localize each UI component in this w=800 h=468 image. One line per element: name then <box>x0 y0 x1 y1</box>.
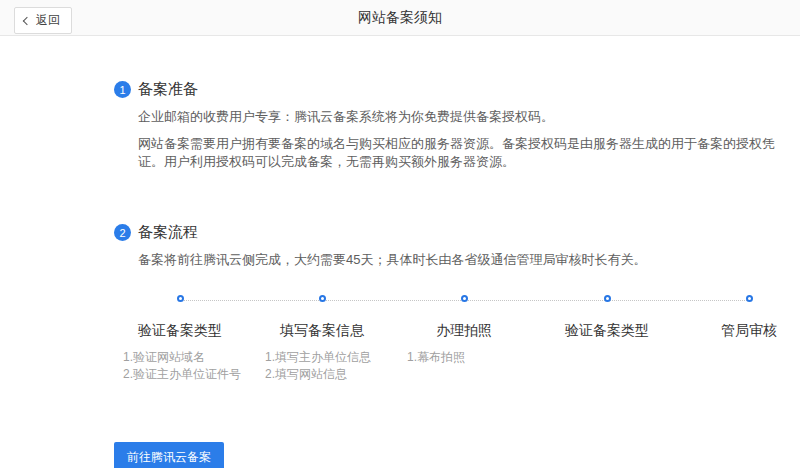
go-to-tencent-cloud-filing-button[interactable]: 前往腾讯云备案 <box>114 442 224 468</box>
page-title: 网站备案须知 <box>0 0 800 35</box>
back-button-label: 返回 <box>36 12 60 29</box>
step-dot-icon <box>604 295 611 302</box>
step-label: 管局审核 <box>664 322 800 340</box>
stepper-step-5: 管局审核 <box>664 295 800 340</box>
section-paragraph: 企业邮箱的收费用户专享：腾讯云备案系统将为你免费提供备案授权码。 <box>138 108 795 126</box>
step-sub-item: 2.填写网站信息 <box>265 366 407 383</box>
step-number-badge: 1 <box>114 81 131 98</box>
step-number-badge: 2 <box>114 224 131 241</box>
section-paragraph: 网站备案需要用户拥有要备案的域名与购买相应的服务器资源。备案授权码是由服务器生成… <box>138 135 795 171</box>
section-preparation: 1 备案准备 企业邮箱的收费用户专享：腾讯云备案系统将为你免费提供备案授权码。 … <box>114 80 795 171</box>
main-content: 1 备案准备 企业邮箱的收费用户专享：腾讯云备案系统将为你免费提供备案授权码。 … <box>0 80 800 468</box>
section-title: 备案流程 <box>138 223 198 242</box>
section-heading: 1 备案准备 <box>114 80 795 99</box>
back-button[interactable]: 返回 <box>14 7 72 34</box>
step-dot-icon <box>319 295 326 302</box>
step-sub-items: 1.幕布拍照 <box>379 349 549 366</box>
section-heading: 2 备案流程 <box>114 223 795 242</box>
process-stepper: 验证备案类型 1.验证网站域名 2.验证主办单位证件号 填写备案信息 1.填写主… <box>114 295 795 391</box>
page-header: 返回 网站备案须知 <box>0 0 800 36</box>
step-dot-icon <box>177 295 184 302</box>
section-paragraph: 备案将前往腾讯云侧完成，大约需要45天；具体时长由各省级通信管理局审核时长有关。 <box>138 251 795 269</box>
section-process: 2 备案流程 备案将前往腾讯云侧完成，大约需要45天；具体时长由各省级通信管理局… <box>114 223 795 269</box>
step-dot-icon <box>746 295 753 302</box>
step-dot-icon <box>461 295 468 302</box>
chevron-left-icon <box>23 17 31 25</box>
section-title: 备案准备 <box>138 80 198 99</box>
step-sub-item: 1.幕布拍照 <box>407 349 549 366</box>
